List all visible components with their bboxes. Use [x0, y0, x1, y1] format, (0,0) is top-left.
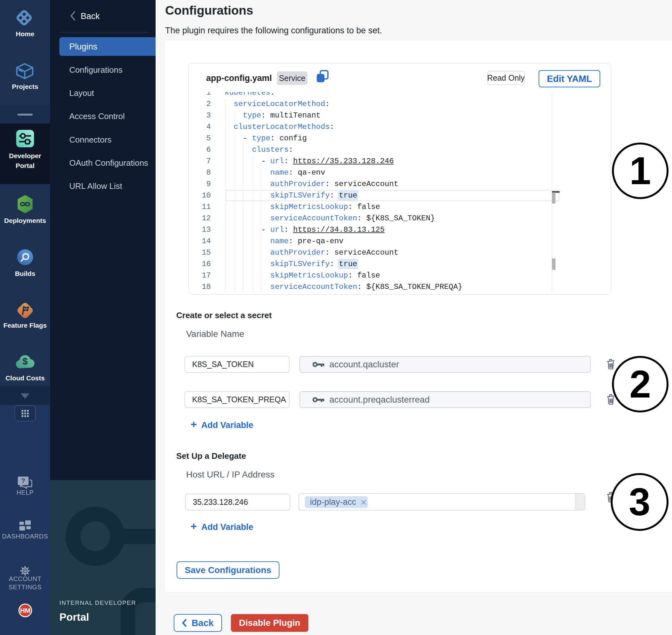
svg-text:$: $ — [23, 356, 28, 366]
svg-text:?: ? — [21, 477, 25, 484]
